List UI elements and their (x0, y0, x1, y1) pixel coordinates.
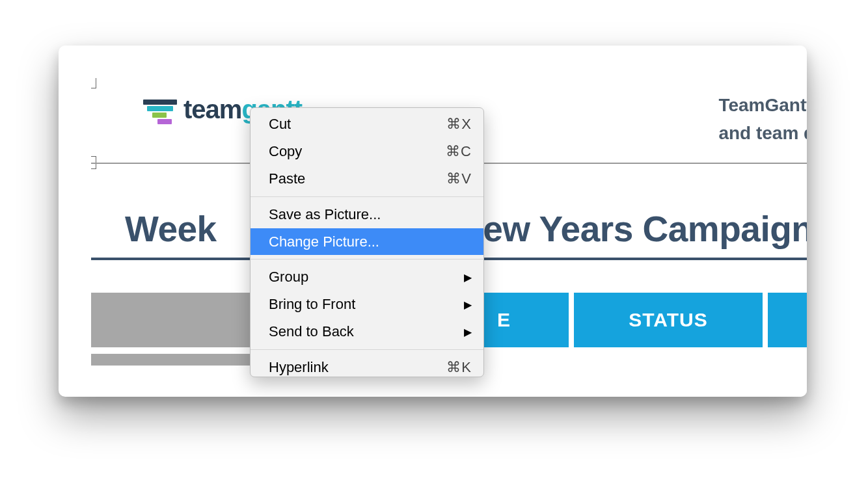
menu-shortcut: ⌘C (446, 141, 472, 162)
header-text: TeamGantt and team di (718, 91, 807, 148)
menu-separator (251, 196, 483, 197)
chevron-right-icon: ▶ (464, 270, 472, 285)
table-header-col4 (768, 293, 807, 347)
menu-item-save-as-picture[interactable]: Save as Picture... (251, 201, 483, 228)
menu-item-label: Bring to Front (269, 294, 355, 315)
menu-item-copy[interactable]: Copy⌘C (251, 138, 483, 165)
menu-item-label: Paste (269, 168, 305, 189)
menu-item-paste[interactable]: Paste⌘V (251, 165, 483, 193)
menu-item-send-to-back[interactable]: Send to Back▶ (251, 318, 483, 345)
menu-item-label: Hyperlink (269, 357, 329, 377)
menu-item-label: Copy (269, 141, 302, 162)
title-left-fragment: Week (125, 209, 217, 249)
menu-shortcut: ⌘X (446, 114, 472, 135)
menu-separator (251, 349, 483, 350)
chevron-right-icon: ▶ (464, 325, 472, 340)
document-canvas: teamgantt TeamGantt and team di Week ew … (91, 78, 807, 397)
menu-item-group[interactable]: Group▶ (251, 263, 483, 291)
menu-item-label: Send to Back (269, 321, 354, 342)
context-menu: Cut⌘XCopy⌘CPaste⌘VSave as Picture...Chan… (250, 107, 484, 377)
menu-item-hyperlink[interactable]: Hyperlink⌘K (251, 354, 483, 377)
table-header-col2: E (484, 293, 569, 347)
chevron-right-icon: ▶ (464, 297, 472, 312)
menu-item-bring-to-front[interactable]: Bring to Front▶ (251, 291, 483, 318)
menu-item-label: Change Picture... (269, 232, 379, 252)
menu-shortcut: ⌘K (446, 357, 472, 377)
menu-item-label: Group (269, 267, 308, 287)
title-right-fragment: ew Years Campaign (483, 209, 807, 249)
logo-bars-icon (143, 98, 177, 122)
menu-separator (251, 259, 483, 260)
menu-shortcut: ⌘V (446, 168, 472, 189)
menu-item-label: Cut (269, 114, 291, 135)
menu-item-label: Save as Picture... (269, 204, 381, 225)
screenshot-frame: teamgantt TeamGantt and team di Week ew … (59, 46, 807, 397)
table-header-status: STATUS (574, 293, 763, 347)
menu-item-cut[interactable]: Cut⌘X (251, 111, 483, 138)
menu-item-change-picture[interactable]: Change Picture... (251, 228, 483, 256)
